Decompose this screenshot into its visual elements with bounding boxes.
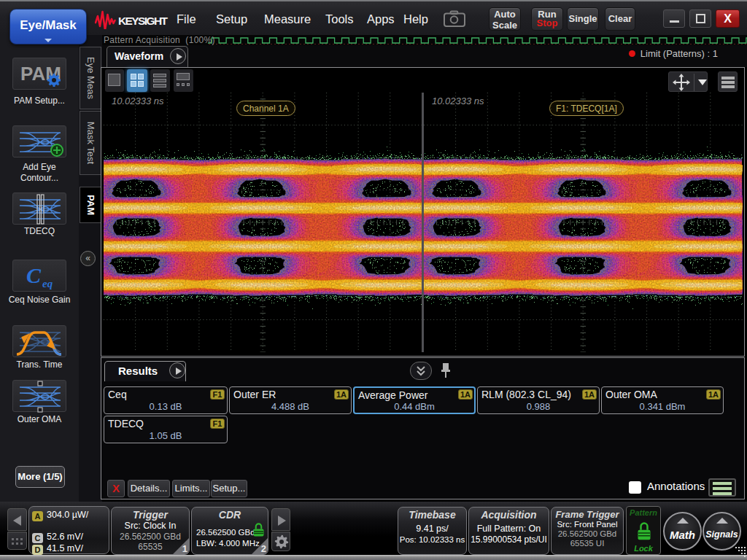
svg-text:C: C xyxy=(26,263,42,287)
svg-text:eq: eq xyxy=(42,278,53,289)
svg-text:KEYSIGHT: KEYSIGHT xyxy=(118,15,169,27)
